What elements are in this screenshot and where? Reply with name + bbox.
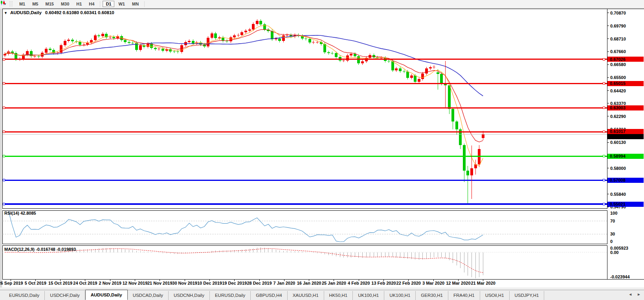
chart-tab-eurusd-daily[interactable]: EURUSD,Daily	[4, 291, 45, 300]
svg-text:10 Dec 2019: 10 Dec 2019	[197, 281, 222, 285]
chart-tab-audusd-daily[interactable]: AUDUSD,Daily	[85, 290, 128, 300]
hline-handle-right[interactable]	[603, 155, 605, 157]
hline-handle-right[interactable]	[603, 107, 605, 109]
svg-text:19 Dec 2019: 19 Dec 2019	[222, 281, 247, 285]
symbol-menu-caret[interactable]: ▼	[4, 11, 7, 15]
svg-text:0.60130: 0.60130	[610, 140, 626, 145]
tab-scroll-arrows: ◄ ►	[628, 292, 641, 296]
svg-text:0.63370: 0.63370	[610, 101, 626, 106]
tab-scroll-left-icon[interactable]: ◄	[628, 292, 632, 296]
svg-text:0.67660: 0.67660	[610, 49, 626, 54]
chart-tab-usdcad-daily[interactable]: USDCAD,Daily	[128, 291, 169, 300]
hline-handle-left[interactable]	[3, 155, 5, 157]
svg-text:21 Nov 2019: 21 Nov 2019	[147, 281, 172, 285]
hline-handle-right[interactable]	[603, 131, 605, 133]
macd-axis-zero: 0.00	[610, 250, 618, 255]
svg-text:26 Sep 2019: 26 Sep 2019	[0, 281, 23, 285]
chart-title: ▼AUDUSD,Daily0.60492 0.61080 0.60341 0.6…	[4, 10, 114, 15]
chart-tab-usoil-h1[interactable]: USOil,H1	[480, 291, 510, 300]
svg-text:4 Feb 2020: 4 Feb 2020	[348, 281, 370, 285]
hline-handle-right[interactable]	[603, 58, 605, 60]
hline-handle-left[interactable]	[3, 107, 5, 109]
chart-tab-fra40-h1[interactable]: FRA40,H1	[448, 291, 480, 300]
svg-text:2 Nov 2019: 2 Nov 2019	[99, 281, 121, 285]
svg-text:24 Oct 2019: 24 Oct 2019	[73, 281, 97, 285]
chart-tab-uk100-h1[interactable]: UK100,H1	[353, 291, 384, 300]
tab-scroll-right-icon[interactable]: ►	[637, 292, 641, 296]
svg-text:13 Feb 2020: 13 Feb 2020	[371, 281, 396, 285]
hline-handle-left[interactable]	[3, 179, 5, 181]
macd-pane	[3, 246, 607, 280]
svg-text:0.65015: 0.65015	[610, 81, 626, 86]
svg-text:0.66580: 0.66580	[610, 62, 626, 67]
svg-text:0.63003: 0.63003	[610, 105, 626, 110]
svg-text:0.69790: 0.69790	[610, 24, 626, 28]
hline-handle-left[interactable]	[3, 58, 5, 60]
chart-symbol-label: AUDUSD,Daily	[10, 10, 42, 15]
svg-text:0.70870: 0.70870	[610, 11, 626, 15]
svg-text:0.55840: 0.55840	[610, 192, 626, 197]
mt4-window: ▼ M1M5M15M30H1H4D1W1MN ▼AUDUSD,Daily0.60…	[0, 0, 644, 300]
svg-text:0.65500: 0.65500	[610, 75, 626, 80]
svg-text:0.64420: 0.64420	[610, 88, 626, 93]
hline-handle-left[interactable]	[3, 83, 5, 85]
svg-text:15 Oct 2019: 15 Oct 2019	[48, 281, 72, 285]
svg-text:12 Mar 2020: 12 Mar 2020	[446, 281, 470, 285]
chart-canvas[interactable]: 0.708700.697900.687100.676600.665800.655…	[0, 0, 644, 300]
chart-tab-hk50-h1[interactable]: HK50,H1	[324, 291, 353, 300]
hline-handle-right[interactable]	[603, 203, 605, 205]
chart-tab-usdcnh-daily[interactable]: USDCNH,Daily	[169, 291, 210, 300]
hline-handle-right[interactable]	[603, 83, 605, 85]
svg-text:0.60810: 0.60810	[610, 134, 626, 139]
hline-handle-right[interactable]	[603, 179, 605, 181]
svg-text:5 Oct 2019: 5 Oct 2019	[25, 281, 46, 285]
chart-tab-usdjpy-h1[interactable]: USDJPY,H1	[510, 291, 545, 300]
svg-text:0.58000: 0.58000	[610, 166, 626, 171]
svg-text:0.55021: 0.55021	[610, 202, 626, 206]
svg-text:0.57008: 0.57008	[610, 178, 626, 182]
rsi-axis-label: 70	[610, 219, 615, 223]
chart-tab-uk100-h1[interactable]: UK100,H1	[384, 291, 416, 300]
svg-text:16 Jan 2020: 16 Jan 2020	[297, 281, 321, 285]
svg-text:25 Jan 2020: 25 Jan 2020	[322, 281, 346, 285]
chart-tabs: EURUSD,DailyUSDCHF,DailyAUDUSD,DailyUSDC…	[0, 290, 644, 300]
svg-text:7 Jan 2020: 7 Jan 2020	[273, 281, 295, 285]
svg-text:30 Nov 2019: 30 Nov 2019	[172, 281, 197, 285]
svg-text:0.62290: 0.62290	[610, 114, 626, 119]
svg-text:0.61017: 0.61017	[610, 129, 626, 134]
svg-text:12 Nov 2019: 12 Nov 2019	[123, 281, 148, 285]
svg-text:28 Dec 2019: 28 Dec 2019	[247, 281, 272, 285]
rsi-axis-label: 0	[610, 239, 613, 244]
svg-text:0.67026: 0.67026	[610, 57, 626, 62]
rsi-axis-label: 100	[610, 211, 617, 215]
hline-handle-left[interactable]	[3, 203, 5, 205]
rsi-axis-label: 30	[610, 232, 615, 236]
rsi-pane	[3, 211, 607, 244]
svg-text:0.58994: 0.58994	[610, 154, 626, 158]
chart-tab-usdchf-daily[interactable]: USDCHF,Daily	[45, 291, 85, 300]
rsi-indicator-label: RSI(14) 42.8085	[4, 211, 36, 215]
hline-handle-left[interactable]	[3, 131, 5, 133]
macd-indicator-label: MACD(12,26,9) -0.016748 -0.019893	[4, 247, 76, 252]
macd-axis-min: -0.023944	[610, 274, 630, 279]
chart-tab-xauusd-h1[interactable]: XAUUSD,H1	[288, 291, 324, 300]
chart-tab-ger30-h1[interactable]: GER30,H1	[416, 291, 448, 300]
chart-tabs-list: EURUSD,DailyUSDCHF,DailyAUDUSD,DailyUSDC…	[4, 290, 544, 300]
chart-ohlc-values: 0.60492 0.61080 0.60341 0.60810	[45, 10, 114, 15]
chart-tab-eurusd-daily[interactable]: EURUSD,Daily	[210, 291, 251, 300]
svg-text:22 Feb 2020: 22 Feb 2020	[396, 281, 421, 285]
chart-tab-gbpusd-h4[interactable]: GBPUSD,H4	[251, 291, 287, 300]
svg-text:0.68710: 0.68710	[610, 37, 626, 41]
svg-text:21 Mar 2020: 21 Mar 2020	[471, 281, 495, 285]
svg-text:3 Mar 2020: 3 Mar 2020	[422, 281, 444, 285]
